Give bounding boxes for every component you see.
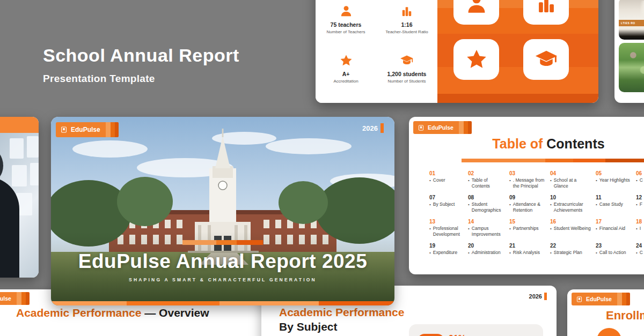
- orange-header-band: [0, 117, 39, 133]
- bullet: •: [509, 250, 511, 256]
- toc-item[interactable]: 01 • Cover: [429, 170, 468, 195]
- bottom-stripe-bar: [51, 301, 394, 305]
- book-icon: [60, 126, 68, 133]
- toc-item[interactable]: 13 • Professional Development: [429, 219, 468, 243]
- toc-item-number: 24: [636, 243, 644, 249]
- toc-item[interactable]: 18 • I: [636, 219, 644, 243]
- stat-value: 1,200 students: [376, 71, 437, 77]
- icon-tile: [523, 39, 569, 80]
- toc-item[interactable]: 10 • Extracurricular Achievements: [550, 195, 596, 219]
- toc-item[interactable]: 11 • Case Study: [596, 195, 636, 219]
- stat-label: Number of Teachers: [316, 29, 376, 34]
- toc-item-number: 20: [468, 243, 509, 249]
- toc-item-label: Case Study: [599, 201, 623, 207]
- stat-label: Accreditation: [316, 79, 376, 84]
- stat-chip-icon: [418, 334, 444, 336]
- cover-subtitle: SHAPING A SMART & CHARACTERFUL GENERATIO…: [51, 277, 394, 282]
- toc-item[interactable]: 24 • C: [636, 243, 644, 267]
- grad-cap-icon: [400, 54, 414, 68]
- toc-item-label: Financial Aid: [599, 226, 625, 232]
- slide-photo-collage[interactable]: LTIES RO: [614, 0, 644, 103]
- toc-item-label: C: [640, 250, 643, 256]
- bullet: •: [429, 226, 431, 237]
- toc-item-label: F: [640, 201, 642, 207]
- book-icon: [418, 124, 425, 131]
- toc-item[interactable]: 09 • Attendance & Retention: [509, 195, 550, 219]
- toc-item-number: 03: [509, 170, 550, 176]
- bullet: •: [468, 226, 470, 237]
- toc-item[interactable]: 12 • F: [636, 195, 644, 219]
- bullet: •: [429, 201, 431, 207]
- toc-item[interactable]: 06 • C: [636, 170, 644, 195]
- bullet: •: [468, 177, 470, 189]
- icon-tile: [523, 0, 569, 25]
- toc-item-number: 09: [509, 195, 550, 200]
- toc-item[interactable]: 15 • Partnerships: [509, 219, 550, 243]
- bullet: •: [636, 177, 638, 183]
- stat-label: Number of Students: [376, 79, 437, 84]
- toc-item-number: 19: [429, 243, 468, 249]
- toc-item-number: 02: [468, 170, 509, 176]
- bullet: •: [596, 177, 597, 183]
- toc-item-label: Student Demographics: [472, 201, 505, 213]
- toc-item[interactable]: 23 • Call to Action: [596, 243, 636, 267]
- logo-text: EduPulse: [428, 124, 453, 131]
- bullet: •: [509, 201, 511, 213]
- cover-title: EduPulse Annual Report 2025: [51, 250, 394, 273]
- bullet: •: [550, 177, 552, 189]
- person-icon: [339, 4, 353, 18]
- toc-item-label: Campus Improvements: [472, 226, 505, 237]
- toc-item-number: 01: [429, 170, 468, 176]
- toc-item[interactable]: 16 • Student Wellbeing: [550, 219, 596, 243]
- toc-item[interactable]: 02 • Table of Contents: [468, 170, 509, 195]
- toc-item[interactable]: 03 • . Message from the Principal: [509, 170, 550, 195]
- stat-value: A+: [316, 71, 376, 77]
- bullet: •: [509, 177, 511, 189]
- toc-item[interactable]: 19 • Expenditure: [429, 243, 468, 267]
- bullet: •: [468, 201, 470, 213]
- toc-item-label: Expenditure: [433, 250, 457, 256]
- slide-title: Academic Performance — Overview: [16, 307, 209, 319]
- bar-chart-icon: [400, 4, 414, 18]
- toc-item-label: Partnerships: [513, 226, 539, 232]
- toc-title: Table of Contents: [441, 136, 644, 152]
- bullet: •: [509, 226, 511, 232]
- toc-item-label: Table of Contents: [472, 177, 505, 189]
- slide-cover[interactable]: EduPulse 2026 EduPulse Annual Report 202…: [51, 117, 394, 305]
- slide-principal-photo[interactable]: [0, 117, 39, 278]
- stat-item: 75 teachers Number of Teachers: [316, 3, 376, 53]
- toc-item[interactable]: 20 • Administration: [468, 243, 509, 267]
- bullet: •: [636, 226, 638, 232]
- toc-item-label: Attendance & Retention: [513, 201, 546, 213]
- toc-item-label: Risk Analysis: [513, 250, 540, 256]
- stat-item: 1:16 Teacher-Student Ratio: [376, 3, 437, 53]
- toc-item-label: I: [640, 226, 641, 232]
- toc-item[interactable]: 21 • Risk Analysis: [509, 243, 550, 267]
- toc-item[interactable]: 14 • Campus Improvements: [468, 219, 509, 243]
- slide-table-of-contents[interactable]: EduPulse Table of Contents 01 • Cover 02…: [409, 117, 644, 274]
- toc-item-label: Cover: [433, 177, 445, 183]
- bullet: •: [468, 250, 470, 256]
- stats-grid: 75 teachers Number of Teachers 1:16 Teac…: [316, 3, 437, 102]
- toc-item[interactable]: 08 • Student Demographics: [468, 195, 509, 219]
- icon-tiles: [453, 0, 569, 80]
- toc-item-number: 07: [429, 195, 468, 200]
- toc-item-number: 04: [550, 170, 596, 176]
- toc-item-label: Student Wellbeing: [554, 226, 591, 232]
- slide-enrollment[interactable]: EduPulse Enrollment: [567, 289, 644, 336]
- toc-item-number: 05: [596, 170, 636, 176]
- toc-item[interactable]: 07 • By Subject: [429, 195, 468, 219]
- toc-item[interactable]: 22 • Strategic Plan: [550, 243, 596, 267]
- toc-item-label: Extracurricular Achievements: [554, 201, 591, 213]
- slide-school-stats[interactable]: 75 teachers Number of Teachers 1:16 Teac…: [316, 0, 598, 103]
- stat-value: 91%: [449, 334, 466, 336]
- toc-item[interactable]: 05 • Year Highlights: [596, 170, 636, 195]
- bullet: •: [550, 226, 552, 232]
- year-accent-bar: [380, 123, 384, 133]
- person-icon: [465, 0, 488, 16]
- principal-photo: [0, 133, 39, 278]
- toc-item-label: Strategic Plan: [554, 250, 582, 256]
- toc-item[interactable]: 04 • School at a Glance: [550, 170, 596, 195]
- toc-item[interactable]: 17 • Financial Aid: [596, 219, 636, 243]
- year-accent-bar: [544, 293, 547, 300]
